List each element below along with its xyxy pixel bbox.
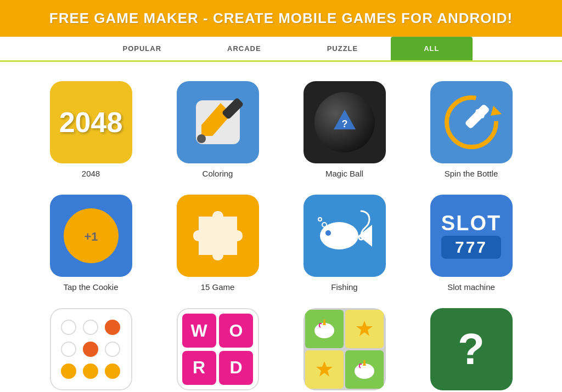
game-item-quiz[interactable]: ? Quiz xyxy=(413,308,529,392)
games-grid: 2048 2048 Coloring ? Magic Ball xyxy=(0,62,562,392)
svg-rect-7 xyxy=(464,104,490,129)
game-item-matching-puzzle[interactable]: Matching Puzzle xyxy=(33,308,149,392)
game-item-15-game[interactable]: 15 Game xyxy=(160,195,276,292)
game-label-magic-ball: Magic Ball xyxy=(325,169,363,178)
svg-point-16 xyxy=(322,223,327,227)
game-label-fishing: Fishing xyxy=(331,282,357,292)
game-label-2048: 2048 xyxy=(82,169,100,178)
game-item-word-search[interactable]: W O R D Word Search xyxy=(160,308,276,392)
game-item-fishing[interactable]: Fishing xyxy=(286,195,402,292)
svg-marker-9 xyxy=(491,106,502,116)
tab-puzzle[interactable]: PUZZLE xyxy=(294,37,391,60)
game-item-tap-cookie[interactable]: +1 Tap the Cookie xyxy=(33,195,149,292)
game-label-tap-cookie: Tap the Cookie xyxy=(63,282,118,292)
svg-point-27 xyxy=(366,365,371,371)
tab-arcade[interactable]: ARCADE xyxy=(194,37,294,60)
svg-text:?: ? xyxy=(341,118,347,129)
game-icon-2048: 2048 xyxy=(50,81,132,163)
tab-popular[interactable]: POPULAR xyxy=(89,37,194,60)
svg-point-3 xyxy=(197,134,206,143)
game-icon-find-pair xyxy=(304,308,386,390)
game-icon-matching-puzzle xyxy=(50,308,132,390)
game-icon-tap-cookie: +1 xyxy=(50,195,132,277)
tab-all[interactable]: ALL xyxy=(391,37,472,60)
game-label-coloring: Coloring xyxy=(203,169,233,178)
game-icon-quiz: ? xyxy=(430,308,513,390)
nav-tabs: POPULAR ARCADE PUZZLE ALL xyxy=(0,37,562,62)
game-icon-spin-bottle xyxy=(430,81,513,163)
svg-text:+1: +1 xyxy=(84,230,98,243)
game-label-15-game: 15 Game xyxy=(201,282,235,292)
game-icon-word-search: W O R D xyxy=(177,308,259,390)
game-item-find-pair[interactable]: Find The Pair xyxy=(286,308,402,392)
svg-point-14 xyxy=(325,230,331,236)
game-icon-slot-machine: SLOT 777 xyxy=(430,195,513,277)
svg-point-20 xyxy=(325,325,331,330)
header-title: FREE GAME MAKER - CREATE MOBILE GAMES FO… xyxy=(49,10,513,26)
svg-point-17 xyxy=(318,218,322,221)
header-banner: FREE GAME MAKER - CREATE MOBILE GAMES FO… xyxy=(0,0,562,37)
svg-point-25 xyxy=(355,363,374,379)
svg-marker-29 xyxy=(363,359,366,366)
game-icon-coloring xyxy=(177,81,259,163)
game-label-spin-bottle: Spin the Bottle xyxy=(445,169,498,178)
game-item-slot-machine[interactable]: SLOT 777 Slot machine xyxy=(413,195,529,292)
game-label-slot-machine: Slot machine xyxy=(447,282,495,292)
svg-point-18 xyxy=(314,323,334,338)
svg-marker-23 xyxy=(356,321,373,336)
game-icon-fishing xyxy=(304,195,386,277)
svg-marker-22 xyxy=(323,319,326,325)
game-item-magic-ball[interactable]: ? Magic Ball xyxy=(286,81,402,178)
game-item-coloring[interactable]: Coloring xyxy=(160,81,276,178)
game-item-2048[interactable]: 2048 2048 xyxy=(33,81,149,178)
coloring-svg-icon xyxy=(190,95,245,150)
game-item-spin-bottle[interactable]: Spin the Bottle xyxy=(413,81,529,178)
game-icon-15-game xyxy=(177,195,259,277)
game-icon-magic-ball: ? xyxy=(304,81,386,163)
svg-marker-24 xyxy=(316,361,333,377)
